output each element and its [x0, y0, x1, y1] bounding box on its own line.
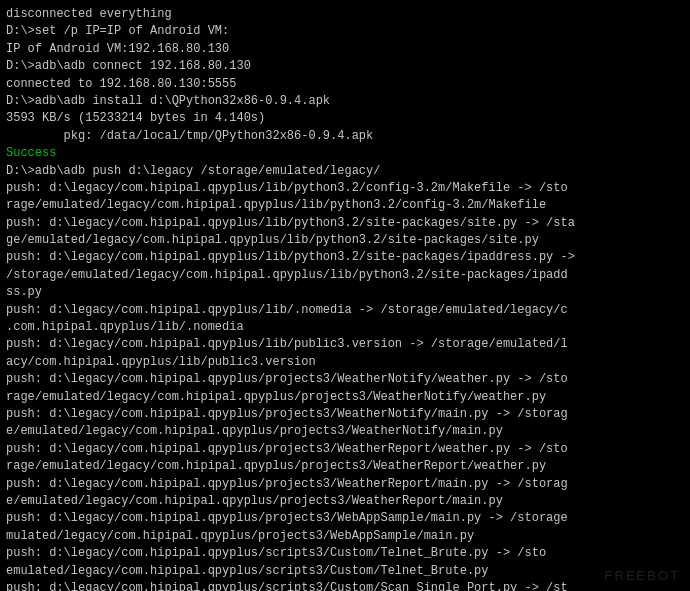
terminal-line: e/emulated/legacy/com.hipipal.qpyplus/pr…: [6, 493, 684, 510]
terminal-line: push: d:\legacy/com.hipipal.qpyplus/proj…: [6, 406, 684, 423]
terminal-line: D:\>set /p IP=IP of Android VM:: [6, 23, 684, 40]
terminal-line: pkg: /data/local/tmp/QPython32x86-0.9.4.…: [6, 128, 684, 145]
terminal-line: push: d:\legacy/com.hipipal.qpyplus/proj…: [6, 371, 684, 388]
terminal-line: acy/com.hipipal.qpyplus/lib/public3.vers…: [6, 354, 684, 371]
terminal-line: push: d:\legacy/com.hipipal.qpyplus/lib/…: [6, 302, 684, 319]
terminal-line: e/emulated/legacy/com.hipipal.qpyplus/pr…: [6, 423, 684, 440]
terminal-line: push: d:\legacy/com.hipipal.qpyplus/lib/…: [6, 215, 684, 232]
terminal-line: D:\>adb\adb install d:\QPython32x86-0.9.…: [6, 93, 684, 110]
terminal-line: emulated/legacy/com.hipipal.qpyplus/scri…: [6, 563, 684, 580]
terminal-line: 3593 KB/s (15233214 bytes in 4.140s): [6, 110, 684, 127]
terminal-line: rage/emulated/legacy/com.hipipal.qpyplus…: [6, 197, 684, 214]
terminal-line: push: d:\legacy/com.hipipal.qpyplus/scri…: [6, 545, 684, 562]
terminal-line: rage/emulated/legacy/com.hipipal.qpyplus…: [6, 389, 684, 406]
terminal-line: IP of Android VM:192.168.80.130: [6, 41, 684, 58]
terminal-line: Success: [6, 145, 684, 162]
terminal-line: D:\>adb\adb push d:\legacy /storage/emul…: [6, 163, 684, 180]
terminal-line: push: d:\legacy/com.hipipal.qpyplus/proj…: [6, 510, 684, 527]
terminal-output: disconnected everythingD:\>set /p IP=IP …: [6, 6, 684, 591]
terminal-line: /storage/emulated/legacy/com.hipipal.qpy…: [6, 267, 684, 284]
terminal-line: push: d:\legacy/com.hipipal.qpyplus/lib/…: [6, 336, 684, 353]
terminal-line: ge/emulated/legacy/com.hipipal.qpyplus/l…: [6, 232, 684, 249]
terminal-line: ss.py: [6, 284, 684, 301]
terminal-line: push: d:\legacy/com.hipipal.qpyplus/lib/…: [6, 249, 684, 266]
terminal-line: push: d:\legacy/com.hipipal.qpyplus/lib/…: [6, 180, 684, 197]
terminal-line: push: d:\legacy/com.hipipal.qpyplus/scri…: [6, 580, 684, 591]
terminal-line: push: d:\legacy/com.hipipal.qpyplus/proj…: [6, 441, 684, 458]
terminal-line: connected to 192.168.80.130:5555: [6, 76, 684, 93]
terminal-window: disconnected everythingD:\>set /p IP=IP …: [0, 0, 690, 591]
terminal-line: .com.hipipal.qpyplus/lib/.nomedia: [6, 319, 684, 336]
terminal-line: D:\>adb\adb connect 192.168.80.130: [6, 58, 684, 75]
terminal-line: mulated/legacy/com.hipipal.qpyplus/proje…: [6, 528, 684, 545]
terminal-line: rage/emulated/legacy/com.hipipal.qpyplus…: [6, 458, 684, 475]
terminal-line: disconnected everything: [6, 6, 684, 23]
terminal-line: push: d:\legacy/com.hipipal.qpyplus/proj…: [6, 476, 684, 493]
